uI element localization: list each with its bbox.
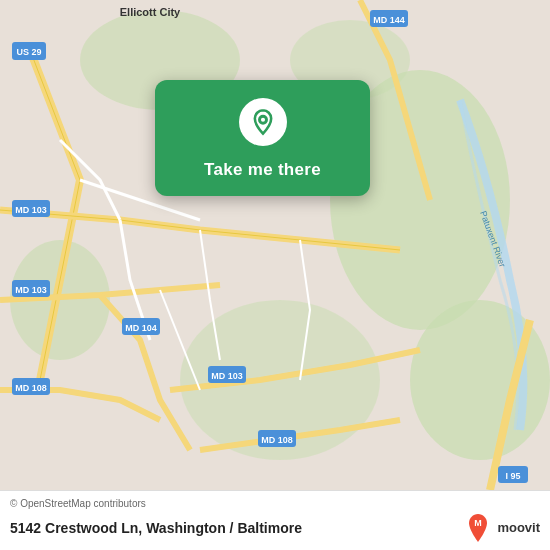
moovit-text: moovit	[497, 520, 540, 535]
svg-text:M: M	[475, 518, 483, 528]
svg-text:MD 104: MD 104	[125, 323, 157, 333]
bottom-bar: © OpenStreetMap contributors 5142 Crestw…	[0, 490, 550, 550]
popup-card: Take me there	[155, 80, 370, 196]
moovit-logo: M moovit	[462, 512, 540, 544]
svg-text:US 29: US 29	[16, 47, 41, 57]
copyright-text: © OpenStreetMap contributors	[10, 498, 540, 509]
location-pin-icon	[239, 98, 287, 146]
svg-text:MD 103: MD 103	[15, 285, 47, 295]
address-text: 5142 Crestwood Ln, Washington / Baltimor…	[10, 520, 302, 536]
svg-text:MD 144: MD 144	[373, 15, 405, 25]
svg-text:MD 103: MD 103	[15, 205, 47, 215]
map-svg: US 29 MD 103 MD 103 MD 104 MD 103 MD 108…	[0, 0, 550, 490]
map-container: US 29 MD 103 MD 103 MD 104 MD 103 MD 108…	[0, 0, 550, 490]
svg-text:Ellicott City: Ellicott City	[120, 6, 181, 18]
svg-text:MD 103: MD 103	[211, 371, 243, 381]
svg-text:MD 108: MD 108	[261, 435, 293, 445]
svg-point-27	[259, 116, 266, 123]
svg-text:MD 108: MD 108	[15, 383, 47, 393]
take-me-there-button[interactable]: Take me there	[204, 160, 321, 180]
svg-text:I 95: I 95	[505, 471, 520, 481]
moovit-icon: M	[462, 512, 494, 544]
